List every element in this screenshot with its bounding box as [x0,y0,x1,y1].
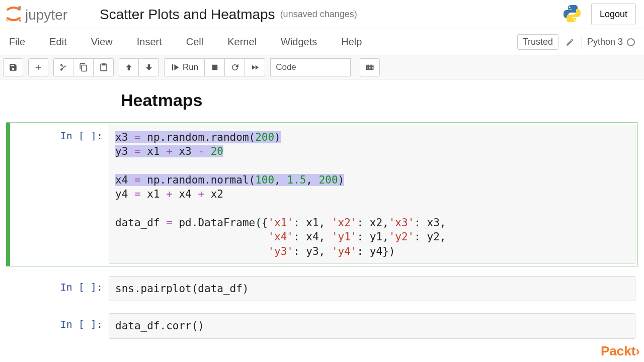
markdown-heading[interactable]: Heatmaps [121,90,638,110]
header: jupyter Scatter Plots and Heatmaps (unsa… [0,0,644,29]
svg-point-5 [574,19,575,21]
code-cell-1[interactable]: In [ ]: x3 = np.random.random(200) y3 = … [6,122,638,266]
python-logo-icon [562,4,582,25]
stop-icon [210,63,219,72]
scissors-icon [59,63,68,72]
menu-cell[interactable]: Cell [186,36,203,48]
fast-forward-icon [251,63,260,72]
save-button[interactable] [3,58,23,76]
menubar: File Edit View Insert Cell Kernel Widget… [0,29,644,55]
paste-icon [99,63,108,72]
keyboard-icon [365,63,374,72]
svg-point-4 [569,7,570,8]
menu-kernel[interactable]: Kernel [227,36,257,48]
menu-widgets[interactable]: Widgets [281,36,317,48]
toolbar: Run Code [0,55,644,79]
move-down-button[interactable] [139,58,159,76]
input-prompt: In [ ]: [10,125,109,264]
kernel-indicator-icon[interactable] [627,38,635,46]
jupyter-logo[interactable]: jupyter [4,5,90,25]
notebook-container: Heatmaps In [ ]: x3 = np.random.random(2… [0,79,644,341]
trusted-badge[interactable]: Trusted [517,34,558,50]
restart-button[interactable] [225,58,245,76]
copy-icon [79,63,88,72]
menu-insert[interactable]: Insert [137,36,162,48]
svg-point-1 [6,19,9,21]
run-icon [171,63,180,72]
arrow-up-icon [124,63,133,72]
input-prompt: In [ ]: [10,313,109,338]
save-status: (unsaved changes) [280,9,357,20]
run-label: Run [183,62,198,72]
svg-text:jupyter: jupyter [25,7,67,23]
restart-run-all-button[interactable] [245,58,265,76]
restart-icon [230,63,239,72]
arrow-down-icon [144,63,153,72]
cell-type-select[interactable]: Code [270,58,351,76]
code-input[interactable]: data_df.corr() [109,313,635,338]
menu-file[interactable]: File [9,36,25,48]
code-input[interactable]: x3 = np.random.random(200) y3 = x1 + x3 … [109,125,635,264]
logout-button[interactable]: Logout [591,4,636,25]
menu-help[interactable]: Help [341,36,362,48]
cell-type-value: Code [276,62,296,72]
menu-edit[interactable]: Edit [49,36,66,48]
run-button[interactable]: Run [164,58,205,76]
menu-view[interactable]: View [91,36,113,48]
input-prompt: In [ ]: [10,276,109,301]
svg-point-0 [18,6,21,9]
paste-button[interactable] [94,58,114,76]
svg-rect-6 [212,64,217,70]
notebook-title[interactable]: Scatter Plots and Heatmaps [100,7,275,23]
watermark: Packt› [601,343,640,359]
cut-button[interactable] [53,58,73,76]
code-cell-3[interactable]: In [ ]: data_df.corr() [6,311,638,341]
move-up-button[interactable] [119,58,139,76]
svg-point-2 [19,20,21,22]
command-palette-button[interactable] [360,58,380,76]
copy-button[interactable] [73,58,94,76]
plus-icon [34,63,43,72]
code-cell-2[interactable]: In [ ]: sns.pairplot(data_df) [6,274,638,304]
code-input[interactable]: sns.pairplot(data_df) [109,276,635,301]
stop-button[interactable] [205,58,225,76]
kernel-name[interactable]: Python 3 [587,37,623,47]
add-cell-button[interactable] [28,58,48,76]
pencil-icon[interactable] [566,38,575,47]
save-icon [9,63,18,72]
divider [582,36,582,49]
